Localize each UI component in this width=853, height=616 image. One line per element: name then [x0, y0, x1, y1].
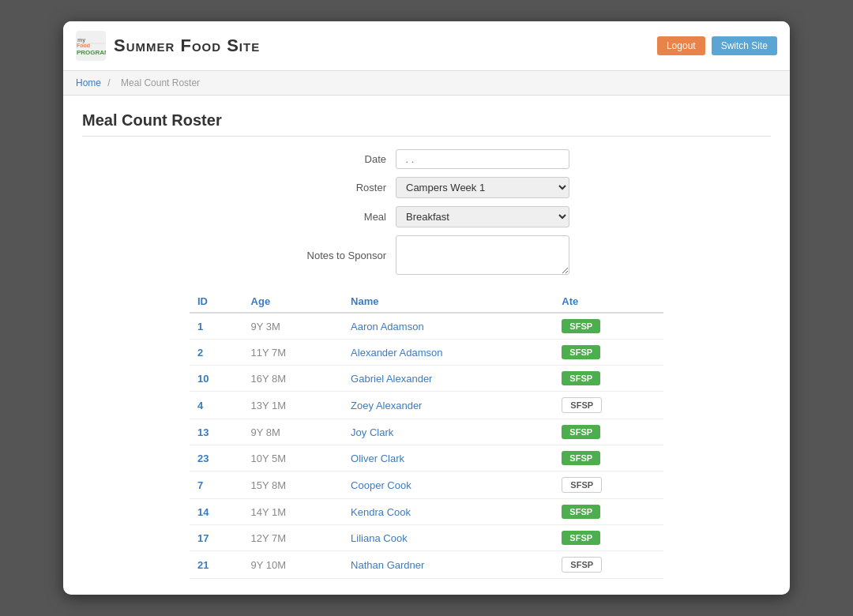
date-row: Date: [82, 149, 771, 169]
logo: my Food PROGRAM: [76, 31, 106, 61]
cell-name: Nathan Gardner: [343, 551, 554, 579]
cell-name: Alexander Adamson: [343, 340, 554, 366]
sfsp-button[interactable]: SFSP: [562, 557, 602, 573]
cell-name: Kendra Cook: [343, 499, 554, 525]
roster-row: Roster Campers Week 1 Campers Week 2 Cam…: [82, 177, 771, 198]
table-row: 715Y 8MCooper CookSFSP: [190, 471, 663, 499]
table-row: 139Y 8MJoy ClarkSFSP: [190, 419, 663, 445]
header-actions: Logout Switch Site: [657, 36, 777, 55]
cell-ate: SFSP: [554, 445, 663, 471]
sfsp-button[interactable]: SFSP: [562, 425, 600, 439]
app-window: my Food PROGRAM Summer Food Site Logout …: [63, 21, 790, 595]
table-row: 413Y 1MZoey AlexanderSFSP: [190, 392, 663, 419]
cell-id: 2: [190, 340, 243, 366]
page-title: Meal Count Roster: [82, 111, 771, 137]
cell-ate: SFSP: [554, 471, 663, 499]
table-row: 1414Y 1MKendra CookSFSP: [190, 499, 663, 525]
cell-name: Aaron Adamson: [343, 313, 554, 340]
table-row: 219Y 10MNathan GardnerSFSP: [190, 551, 663, 579]
logout-button[interactable]: Logout: [657, 36, 705, 55]
cell-id: 1: [190, 313, 243, 340]
cell-id: 13: [190, 419, 243, 445]
date-input[interactable]: [396, 149, 569, 169]
cell-age: 10Y 5M: [243, 445, 344, 471]
cell-id: 10: [190, 366, 243, 392]
notes-textarea[interactable]: [396, 235, 569, 275]
cell-ate: SFSP: [554, 525, 663, 551]
table-row: 1712Y 7MLiliana CookSFSP: [190, 525, 663, 551]
cell-age: 15Y 8M: [243, 471, 344, 499]
cell-id: 21: [190, 551, 243, 579]
cell-name: Joy Clark: [343, 419, 554, 445]
table-section: ID Age Name Ate 19Y 3MAaron AdamsonSFSP2…: [82, 291, 771, 579]
site-title: Summer Food Site: [114, 36, 260, 56]
sfsp-button[interactable]: SFSP: [562, 371, 600, 385]
cell-id: 7: [190, 471, 243, 499]
cell-ate: SFSP: [554, 366, 663, 392]
table-row: 1016Y 8MGabriel AlexanderSFSP: [190, 366, 663, 392]
table-row: 19Y 3MAaron AdamsonSFSP: [190, 313, 663, 340]
header: my Food PROGRAM Summer Food Site Logout …: [63, 21, 790, 71]
cell-age: 9Y 10M: [243, 551, 344, 579]
meal-count-table: ID Age Name Ate 19Y 3MAaron AdamsonSFSP2…: [190, 291, 663, 579]
cell-name: Gabriel Alexander: [343, 366, 554, 392]
cell-ate: SFSP: [554, 551, 663, 579]
table-row: 211Y 7MAlexander AdamsonSFSP: [190, 340, 663, 366]
breadcrumb-current: Meal Count Roster: [121, 77, 200, 88]
roster-select[interactable]: Campers Week 1 Campers Week 2 Campers We…: [396, 177, 569, 198]
cell-age: 11Y 7M: [243, 340, 344, 366]
cell-ate: SFSP: [554, 313, 663, 340]
col-header-ate: Ate: [554, 291, 663, 313]
roster-label: Roster: [284, 182, 386, 193]
cell-name: Oliver Clark: [343, 445, 554, 471]
cell-age: 9Y 3M: [243, 313, 344, 340]
col-header-id: ID: [190, 291, 243, 313]
logo-icon: my Food PROGRAM: [76, 31, 106, 61]
notes-label: Notes to Sponsor: [284, 250, 386, 261]
cell-ate: SFSP: [554, 340, 663, 366]
sfsp-button[interactable]: SFSP: [562, 397, 602, 413]
cell-ate: SFSP: [554, 499, 663, 525]
switch-site-button[interactable]: Switch Site: [712, 36, 777, 55]
table-header-row: ID Age Name Ate: [190, 291, 663, 313]
notes-row: Notes to Sponsor: [82, 235, 771, 275]
cell-ate: SFSP: [554, 419, 663, 445]
cell-name: Zoey Alexander: [343, 392, 554, 419]
date-label: Date: [284, 153, 386, 165]
col-header-age: Age: [243, 291, 344, 313]
cell-age: 13Y 1M: [243, 392, 344, 419]
header-left: my Food PROGRAM Summer Food Site: [76, 31, 260, 61]
sfsp-button[interactable]: SFSP: [562, 505, 600, 519]
cell-age: 16Y 8M: [243, 366, 344, 392]
table-row: 2310Y 5MOliver ClarkSFSP: [190, 445, 663, 471]
cell-age: 12Y 7M: [243, 525, 344, 551]
sfsp-button[interactable]: SFSP: [562, 531, 600, 545]
breadcrumb-home-link[interactable]: Home: [76, 77, 101, 88]
breadcrumb-separator: /: [107, 77, 110, 88]
svg-text:PROGRAM: PROGRAM: [77, 49, 106, 56]
sfsp-button[interactable]: SFSP: [562, 345, 600, 359]
cell-id: 4: [190, 392, 243, 419]
meal-row: Meal Breakfast Lunch Snack Dinner: [82, 206, 771, 227]
cell-ate: SFSP: [554, 392, 663, 419]
form-section: Date Roster Campers Week 1 Campers Week …: [82, 149, 771, 275]
col-header-name: Name: [343, 291, 554, 313]
sfsp-button[interactable]: SFSP: [562, 451, 600, 465]
cell-age: 9Y 8M: [243, 419, 344, 445]
cell-id: 23: [190, 445, 243, 471]
meal-label: Meal: [284, 211, 386, 223]
cell-name: Cooper Cook: [343, 471, 554, 499]
cell-age: 14Y 1M: [243, 499, 344, 525]
cell-id: 14: [190, 499, 243, 525]
meal-select[interactable]: Breakfast Lunch Snack Dinner: [396, 206, 569, 227]
main-content: Meal Count Roster Date Roster Campers We…: [63, 96, 790, 595]
cell-id: 17: [190, 525, 243, 551]
cell-name: Liliana Cook: [343, 525, 554, 551]
breadcrumb: Home / Meal Count Roster: [63, 71, 790, 96]
sfsp-button[interactable]: SFSP: [562, 319, 600, 333]
sfsp-button[interactable]: SFSP: [562, 477, 602, 493]
